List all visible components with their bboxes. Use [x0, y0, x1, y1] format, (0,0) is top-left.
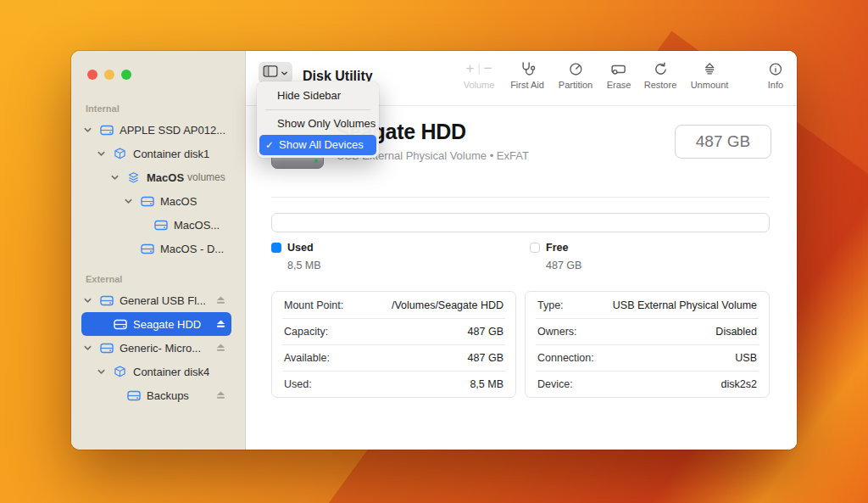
sidebar-item-container-disk1[interactable]: Container disk1	[81, 142, 231, 165]
sidebar-item-general-usb[interactable]: General USB Fl...	[81, 288, 231, 312]
used-swatch	[271, 243, 281, 253]
legend-free: Free 487 GB	[530, 242, 581, 271]
container-icon	[114, 366, 127, 377]
eject-icon[interactable]	[216, 344, 225, 352]
checkmark-icon: ✓	[265, 135, 275, 155]
toolbar-unmount-button[interactable]: Unmount	[691, 59, 729, 90]
sidebar-item-label: Container disk1	[133, 148, 209, 160]
drive-icon	[114, 319, 127, 330]
traffic-lights	[71, 51, 245, 80]
sidebar-item-label: MacOS...	[174, 219, 220, 232]
sidebar-item-macos-data[interactable]: MacOS - D...	[81, 237, 231, 260]
menu-item-label: Show All Devices	[279, 135, 364, 155]
toolbar-partition-button[interactable]: Partition	[559, 59, 593, 90]
volumes-stack-icon	[127, 171, 141, 183]
sidebar-item-label: Generic- Micro...	[120, 342, 201, 355]
table-row: Available:487 GB	[272, 344, 515, 371]
chevron-down-icon[interactable]	[124, 197, 141, 206]
disk-utility-window: Internal APPLE SSD AP012... Container di…	[71, 51, 797, 450]
table-row: Used:8,5 MB	[272, 371, 515, 397]
header-divider	[271, 197, 770, 198]
menu-item-hide-sidebar[interactable]: Hide Sidebar	[257, 85, 379, 107]
chevron-down-icon[interactable]	[97, 367, 114, 377]
chevron-down-icon[interactable]	[83, 344, 100, 353]
sidebar-item-backups[interactable]: Backups	[81, 383, 231, 407]
eject-icon[interactable]	[216, 391, 225, 400]
sidebar-toggle-button[interactable]	[259, 62, 292, 83]
details-right-column: Type:USB External Physical Volume Owners…	[525, 291, 770, 398]
minimize-button[interactable]	[104, 70, 114, 80]
sidebar-item-label: MacOS	[147, 171, 184, 184]
sidebar-item-macos-volumes[interactable]: MacOS volumes	[81, 165, 231, 189]
drive-icon	[100, 295, 114, 306]
stethoscope-icon	[510, 59, 544, 78]
sidebar-item-apple-ssd[interactable]: APPLE SSD AP012...	[81, 118, 231, 142]
chevron-down-icon[interactable]	[83, 296, 100, 305]
sidebar-item-label: MacOS - D...	[160, 243, 224, 255]
pie-chart-icon	[559, 59, 593, 78]
table-row: Owners:Disabled	[526, 318, 769, 344]
free-swatch	[530, 243, 540, 253]
storage-usage-bar	[271, 213, 770, 232]
drive-icon	[100, 343, 114, 354]
erase-drive-icon	[607, 59, 632, 78]
sidebar-item-suffix: volumes	[187, 171, 225, 183]
toolbar-info-button[interactable]: Info	[768, 59, 784, 90]
sidebar-item-label: MacOS	[160, 195, 197, 208]
sidebar-icon	[263, 65, 278, 81]
chevron-down-icon[interactable]	[110, 173, 127, 182]
sidebar-item-seagate-hdd[interactable]: Seagate HDD	[81, 312, 231, 336]
sidebar-item-label: Backups	[147, 389, 189, 402]
sidebar-item-macos[interactable]: MacOS	[81, 189, 231, 213]
table-row: Mount Point:/Volumes/Seagate HDD	[272, 292, 515, 318]
close-button[interactable]	[87, 70, 97, 80]
details-left-column: Mount Point:/Volumes/Seagate HDD Capacit…	[271, 291, 516, 398]
toolbar-restore-button[interactable]: Restore	[644, 59, 677, 90]
used-value: 8,5 MB	[287, 260, 321, 271]
free-value: 487 GB	[546, 260, 581, 271]
table-row: Type:USB External Physical Volume	[526, 292, 769, 318]
info-icon	[768, 59, 784, 78]
drive-icon	[141, 243, 154, 254]
sidebar-item-container-disk4[interactable]: Container disk4	[81, 360, 231, 383]
add-remove-volume-icon: +−	[464, 59, 495, 78]
drive-led	[314, 159, 318, 163]
details-table: Mount Point:/Volumes/Seagate HDD Capacit…	[271, 291, 770, 398]
restore-arrow-icon	[644, 59, 677, 78]
table-row: Capacity:487 GB	[272, 318, 515, 344]
chevron-down-icon[interactable]	[83, 126, 100, 135]
sidebar-item-macos-snapshot[interactable]: MacOS...	[81, 213, 231, 237]
sidebar-item-label: Container disk4	[133, 366, 209, 378]
table-row: Device:disk2s2	[526, 371, 769, 397]
sidebar-section-internal: Internal	[86, 103, 245, 114]
toolbar-erase-button[interactable]: Erase	[607, 59, 632, 90]
toolbar-volume-button[interactable]: +− Volume	[464, 59, 495, 90]
unmount-eject-icon	[691, 59, 729, 78]
eject-icon[interactable]	[216, 296, 225, 305]
sidebar-item-generic-micro[interactable]: Generic- Micro...	[81, 336, 231, 360]
chevron-down-icon	[281, 65, 288, 81]
device-size-badge: 487 GB	[675, 125, 771, 159]
sidebar-item-label: APPLE SSD AP012...	[120, 124, 225, 137]
drive-icon	[154, 220, 168, 231]
sidebar: Internal APPLE SSD AP012... Container di…	[71, 51, 246, 450]
drive-icon	[141, 196, 154, 207]
drive-icon	[100, 125, 114, 136]
sidebar-item-label: Seagate HDD	[133, 318, 201, 331]
legend-used: Used 8,5 MB	[271, 242, 321, 271]
sidebar-section-external: External	[86, 274, 245, 284]
sidebar-options-menu: Hide Sidebar Show Only Volumes ✓ Show Al…	[257, 81, 379, 158]
menu-separator	[265, 109, 370, 110]
toolbar-first-aid-button[interactable]: First Aid	[510, 59, 544, 90]
table-row: Connection:USB	[526, 344, 769, 371]
eject-icon[interactable]	[216, 320, 225, 328]
drive-icon	[127, 390, 141, 401]
menu-item-show-only-volumes[interactable]: Show Only Volumes	[257, 113, 379, 135]
zoom-button[interactable]	[121, 70, 131, 80]
chevron-down-icon[interactable]	[97, 149, 114, 159]
container-icon	[114, 148, 127, 159]
menu-item-show-all-devices[interactable]: ✓ Show All Devices	[259, 135, 376, 155]
sidebar-item-label: General USB Fl...	[120, 294, 206, 307]
